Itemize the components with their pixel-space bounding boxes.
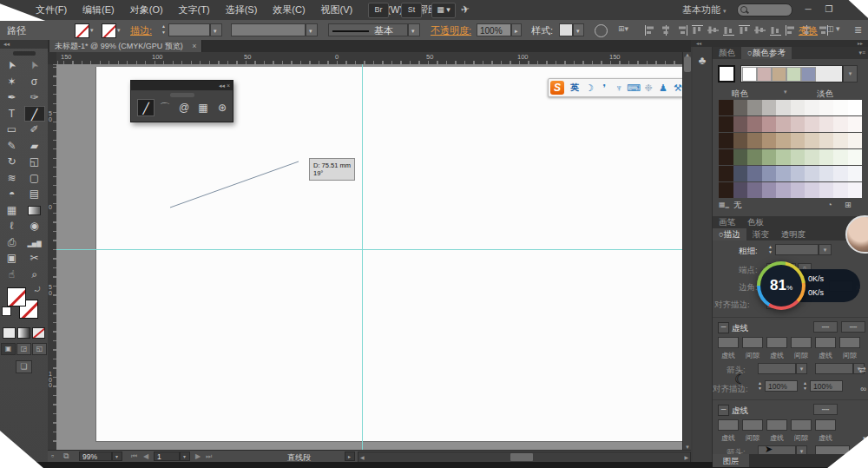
distribute-v-center-button[interactable]	[754, 25, 766, 36]
variation-swatch[interactable]	[791, 100, 806, 115]
palette-close-icon[interactable]: ×	[227, 82, 230, 89]
dash-field[interactable]	[791, 337, 812, 348]
zoom-tool[interactable]: ⌕	[24, 267, 45, 283]
harmony-dd-icon[interactable]: ▾	[843, 65, 858, 82]
stroke-weight-label[interactable]: 描边:	[130, 24, 152, 37]
moon-icon[interactable]: ☽	[582, 81, 596, 95]
align-bottom-button[interactable]	[723, 25, 734, 36]
arc-tool[interactable]: ⌒	[156, 99, 174, 116]
column-graph-tool[interactable]: ▂▅▇	[24, 234, 45, 251]
arrow-end-dropdown[interactable]	[815, 363, 853, 374]
paintbrush-tool[interactable]: ✐	[24, 122, 45, 138]
vertical-scroll-thumb[interactable]	[684, 56, 691, 72]
dashed-line-checkbox[interactable]: ─	[718, 322, 729, 333]
scale-tool[interactable]: ◱	[24, 154, 45, 170]
width-tool[interactable]: ≋	[2, 170, 23, 187]
variation-grid[interactable]	[719, 100, 862, 198]
rectangle-tool[interactable]: ▭	[2, 122, 23, 138]
toolbox-collapse-icon[interactable]: ◂◂	[0, 40, 48, 49]
variation-swatch[interactable]	[747, 116, 762, 132]
lasso-tool[interactable]: σ	[24, 74, 45, 90]
screen-mode-button[interactable]: ❏	[16, 360, 32, 373]
gradient-tool[interactable]	[24, 202, 45, 219]
arrow-start-dropdown[interactable]	[758, 363, 796, 374]
distribute-left-button[interactable]	[786, 25, 797, 36]
magic-wand-tool[interactable]: ✶	[2, 74, 23, 90]
search-input[interactable]	[737, 3, 792, 16]
draw-normal-button[interactable]: ▣	[1, 343, 16, 355]
variation-swatch[interactable]	[733, 133, 748, 148]
rotate-tool[interactable]: ↻	[2, 154, 23, 170]
variation-swatch[interactable]	[776, 182, 791, 198]
align-to-icon[interactable]: ⊞▾	[618, 24, 628, 33]
layout-switcher-button[interactable]: ▦ ▾	[431, 3, 456, 18]
variation-swatch[interactable]	[819, 149, 834, 165]
arrow-scale-field[interactable]: 100%	[765, 380, 798, 392]
palette-collapse-icon[interactable]: ◂◂	[219, 82, 225, 89]
variation-swatch[interactable]	[805, 182, 819, 198]
menu-e[interactable]: 编辑(E)	[75, 0, 122, 20]
first-artboard-icon[interactable]: ⏮	[131, 452, 137, 461]
variation-swatch[interactable]	[719, 182, 733, 198]
variation-swatch[interactable]	[719, 166, 733, 181]
line-segment-tool[interactable]: ╱	[24, 106, 45, 122]
palette-grip[interactable]	[170, 93, 194, 97]
bridge-button[interactable]: Br	[368, 3, 389, 18]
free-transform-tool[interactable]: ▢	[24, 170, 45, 187]
document-setup-icon[interactable]	[595, 24, 608, 37]
selection-tool[interactable]: ➤	[2, 57, 23, 74]
variation-swatch[interactable]	[719, 116, 733, 132]
menu-t[interactable]: 文字(T)	[171, 0, 218, 20]
variation-swatch[interactable]	[833, 116, 848, 132]
limit-library-icon[interactable]: ▦‗	[719, 201, 729, 208]
variation-swatch[interactable]	[747, 133, 762, 148]
canvas-viewport[interactable]: D: 75.51 mm 19° ◂◂ × ╱⌒@▦⊛ S 英☽❜♆⌨❉♟⚒	[56, 64, 682, 450]
minimize-button[interactable]: ─	[800, 3, 816, 16]
hand-tool[interactable]: ☝	[2, 267, 23, 283]
pencil-tool[interactable]: ✎	[2, 138, 23, 155]
workspace-switcher[interactable]: 基本功能 ▾	[682, 3, 727, 16]
variation-swatch[interactable]	[791, 166, 806, 181]
align-left-button[interactable]	[645, 25, 656, 36]
horizontal-guide[interactable]	[56, 249, 682, 250]
polar-grid-tool[interactable]: ⊛	[214, 99, 231, 116]
variation-swatch[interactable]	[791, 182, 806, 198]
dash-field[interactable]	[815, 337, 836, 348]
variation-swatch[interactable]	[848, 100, 863, 115]
transform-label[interactable]: 变换	[799, 24, 818, 37]
dash-preserve-button[interactable]: ╍╍	[813, 321, 838, 333]
artboard-tool[interactable]: ▣	[2, 250, 23, 267]
scale-stepper[interactable]: ▲▼	[801, 380, 809, 392]
variation-swatch[interactable]	[833, 100, 848, 115]
variation-swatch[interactable]	[747, 100, 762, 115]
fill-proxy-swatch[interactable]	[7, 287, 26, 307]
style-swatch[interactable]	[559, 23, 573, 36]
variation-swatch[interactable]	[762, 149, 777, 165]
variation-swatch[interactable]	[747, 182, 762, 198]
menu-s[interactable]: 选择(S)	[218, 0, 266, 20]
horizontal-ruler[interactable]: 15010050050100150	[56, 52, 682, 65]
tab-颜色参考[interactable]: ○颜色参考	[741, 47, 792, 59]
status-expand-icon[interactable]: ▸	[345, 452, 355, 461]
variation-swatch[interactable]	[733, 100, 748, 115]
fill-color-swatch[interactable]	[75, 23, 89, 38]
color-button[interactable]	[3, 327, 16, 339]
tab-透明度[interactable]: 透明度	[775, 228, 812, 241]
variation-swatch[interactable]	[733, 149, 748, 165]
draw-behind-button[interactable]: ◲	[16, 343, 31, 355]
variation-swatch[interactable]	[819, 133, 834, 148]
menu-c[interactable]: 效果(C)	[265, 0, 312, 20]
dash-field[interactable]	[718, 419, 739, 431]
variation-dd-icon[interactable]: ▾	[784, 89, 787, 96]
align-h-center-button[interactable]	[661, 25, 672, 36]
swap-colors-icon[interactable]: ⤾	[35, 286, 41, 294]
type-tool[interactable]: T	[2, 106, 23, 122]
variation-swatch[interactable]	[776, 133, 791, 148]
scale-stepper[interactable]: ▲▼	[756, 380, 764, 392]
scroll-right-icon[interactable]: ▶	[684, 454, 688, 460]
skin-icon[interactable]: ♟	[656, 81, 670, 95]
variation-swatch[interactable]	[848, 166, 863, 181]
variation-swatch[interactable]	[791, 133, 806, 148]
align-top-button[interactable]	[692, 25, 703, 36]
slice-tool[interactable]: ✂	[24, 250, 45, 267]
